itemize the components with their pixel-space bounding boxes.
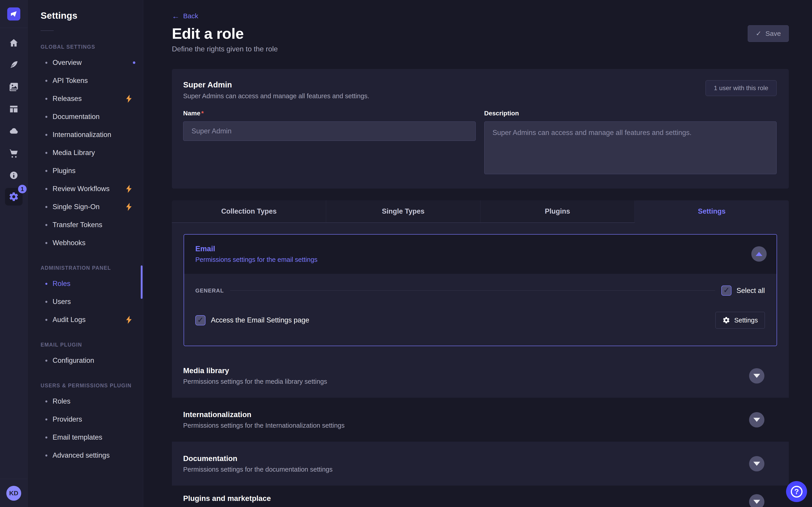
nav-rail: 1 KD <box>0 0 28 507</box>
sidebar-item-overview[interactable]: Overview <box>41 54 143 72</box>
sidebar-item-media-library[interactable]: Media Library <box>41 144 143 162</box>
sidebar-item-providers[interactable]: Providers <box>41 410 143 428</box>
bullet-icon <box>45 400 47 402</box>
sidebar-scrollbar-thumb[interactable] <box>141 266 143 299</box>
check-icon: ✓ <box>197 316 204 324</box>
back-link[interactable]: ← Back <box>172 0 198 20</box>
sidebar-item-internationalization[interactable]: Internationalization <box>41 126 143 144</box>
accordion-row-internationalization[interactable]: Internationalization Permissions setting… <box>172 398 789 442</box>
sidebar-item-single-sign-on[interactable]: Single Sign-On <box>41 198 143 216</box>
description-input[interactable]: Super Admins can access and manage all f… <box>484 121 777 174</box>
sidebar-item-documentation[interactable]: Documentation <box>41 108 143 126</box>
access-email-settings-checkbox[interactable]: ✓ <box>195 315 205 325</box>
save-button[interactable]: ✓ Save <box>748 25 789 42</box>
rail-divider <box>0 479 28 479</box>
settings-icon[interactable]: 1 <box>5 188 22 206</box>
bullet-icon <box>45 301 47 303</box>
content-container: ← Back Edit a role ✓ Save Define the rig… <box>172 0 789 507</box>
description-label: Description <box>484 110 777 117</box>
tab-plugins[interactable]: Plugins <box>480 200 635 223</box>
email-accordion-title: Email <box>195 244 317 253</box>
email-accordion-header[interactable]: Email Permissions settings for the email… <box>184 235 776 274</box>
sidebar-item-transfer-tokens[interactable]: Transfer Tokens <box>41 216 143 234</box>
content-type-builder-icon[interactable] <box>3 98 24 120</box>
role-card-header: Super Admin Super Admins can access and … <box>183 80 776 100</box>
media-library-icon[interactable] <box>3 76 24 98</box>
row-titles: Documentation Permissions settings for t… <box>183 454 333 473</box>
tab-settings[interactable]: Settings <box>635 200 789 223</box>
sidebar-item-webhooks[interactable]: Webhooks <box>41 234 143 252</box>
accordion-row-plugins-and-marketplace[interactable]: Plugins and marketplace <box>172 486 789 507</box>
users-permissions-list: Roles Providers Email templates Advanced… <box>41 392 143 464</box>
avatar[interactable]: KD <box>6 486 21 501</box>
marketplace-cart-icon[interactable] <box>3 143 24 164</box>
general-section-label: GENERAL <box>195 287 224 294</box>
sidebar-item-roles[interactable]: Roles <box>41 275 143 293</box>
lightning-icon <box>125 203 132 211</box>
bullet-icon <box>45 437 47 439</box>
strapi-logo-icon <box>10 11 17 17</box>
select-all-label: Select all <box>737 287 765 295</box>
sidebar-divider <box>41 31 54 31</box>
strapi-logo[interactable] <box>7 7 20 20</box>
lightning-icon <box>125 185 132 193</box>
home-icon[interactable] <box>3 32 24 54</box>
name-input[interactable] <box>183 121 476 141</box>
name-label: Name* <box>183 110 476 117</box>
nav-rail-top: 1 <box>0 0 28 206</box>
tab-collection-types[interactable]: Collection Types <box>172 200 326 223</box>
expand-button[interactable] <box>749 412 764 428</box>
sidebar-item-audit-logs[interactable]: Audit Logs <box>41 311 143 329</box>
permission-label: Access the Email Settings page <box>211 316 715 324</box>
description-field-group: Description Super Admins can access and … <box>484 110 777 174</box>
expand-button[interactable] <box>749 368 764 384</box>
select-all-checkbox[interactable]: ✓ <box>721 285 731 296</box>
sidebar-item-review-workflows[interactable]: Review Workflows <box>41 180 143 198</box>
bullet-icon <box>45 116 47 118</box>
section-email-plugin: EMAIL PLUGIN <box>41 342 143 348</box>
bullet-icon <box>45 170 47 172</box>
save-label: Save <box>766 30 781 38</box>
tab-single-types[interactable]: Single Types <box>326 200 480 223</box>
users-with-role-button[interactable]: 1 user with this role <box>706 80 776 96</box>
row-titles: Internationalization Permissions setting… <box>183 410 345 429</box>
info-icon[interactable] <box>3 165 24 186</box>
sidebar-item-email-templates[interactable]: Email templates <box>41 428 143 446</box>
bullet-icon <box>45 283 47 285</box>
role-card-titles: Super Admin Super Admins can access and … <box>183 80 369 100</box>
nav-rail-bottom: KD <box>0 479 28 507</box>
chevron-down-icon <box>753 374 760 378</box>
sidebar-item-plugins[interactable]: Plugins <box>41 162 143 180</box>
email-accordion: Email Permissions settings for the email… <box>184 234 777 346</box>
cloud-icon[interactable] <box>3 120 24 142</box>
help-button[interactable]: ? <box>786 481 807 502</box>
bullet-icon <box>45 134 47 136</box>
bullet-icon <box>45 242 47 244</box>
email-settings-button[interactable]: Settings <box>715 312 765 329</box>
chevron-down-icon <box>753 500 760 504</box>
administration-panel-list: Roles Users Audit Logs <box>41 275 143 329</box>
back-label: Back <box>183 12 198 20</box>
notification-dot-icon <box>133 61 135 64</box>
sidebar-item-up-roles[interactable]: Roles <box>41 392 143 410</box>
sidebar-item-releases[interactable]: Releases <box>41 90 143 108</box>
sidebar-item-configuration[interactable]: Configuration <box>41 351 143 370</box>
accordion-row-media-library[interactable]: Media library Permissions settings for t… <box>172 354 789 398</box>
sidebar-item-users[interactable]: Users <box>41 293 143 311</box>
content-manager-feather-icon[interactable] <box>3 54 24 76</box>
settings-permissions-panel: Email Permissions settings for the email… <box>172 223 789 507</box>
required-asterisk: * <box>201 110 204 117</box>
expand-button[interactable] <box>749 494 764 507</box>
accordion-row-documentation[interactable]: Documentation Permissions settings for t… <box>172 442 789 486</box>
email-settings-button-label: Settings <box>734 317 758 324</box>
collapse-button[interactable] <box>751 246 767 262</box>
sidebar-item-advanced-settings[interactable]: Advanced settings <box>41 446 143 464</box>
bullet-icon <box>45 418 47 420</box>
bullet-icon <box>45 224 47 226</box>
section-administration-panel: ADMINISTRATION PANEL <box>41 265 143 271</box>
question-mark-icon: ? <box>791 486 803 498</box>
lightning-icon <box>125 316 132 324</box>
sidebar-item-api-tokens[interactable]: API Tokens <box>41 72 143 90</box>
bullet-icon <box>45 62 47 64</box>
expand-button[interactable] <box>749 456 764 471</box>
